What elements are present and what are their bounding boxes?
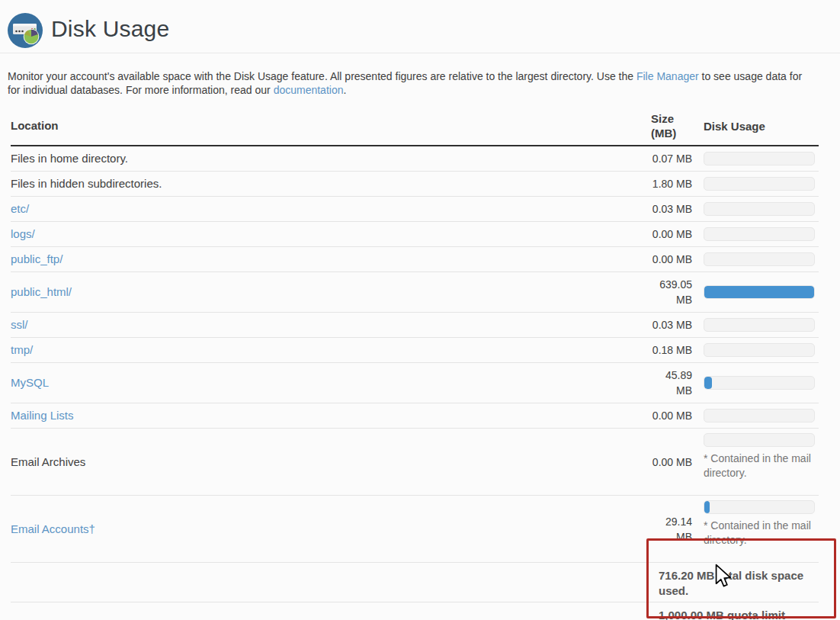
location-link[interactable]: ssl/ — [11, 318, 28, 331]
contained-note: * Contained in the mail directory. — [704, 519, 818, 548]
size-value: 0.00 MB — [651, 252, 692, 267]
location-link[interactable]: public_html/ — [11, 285, 72, 298]
location-link[interactable]: tmp/ — [11, 343, 33, 356]
table-row: public_ftp/ 0.00 MB — [11, 247, 819, 272]
disk-usage-bar — [704, 177, 815, 191]
location-link[interactable]: public_ftp/ — [11, 252, 63, 265]
table-row: Files in home directory. 0.07 MB — [11, 146, 819, 172]
column-header-location: Location — [11, 118, 651, 133]
disk-usage-bar-fill — [704, 377, 712, 389]
disk-usage-bar — [704, 285, 815, 299]
table-row: ssl/ 0.03 MB — [11, 313, 819, 338]
disk-usage-table: Location Size (MB) Disk Usage Files in h… — [11, 108, 819, 620]
disk-usage-bar — [704, 227, 815, 241]
size-value: 0.03 MB — [651, 317, 692, 332]
table-row: Mailing Lists 0.00 MB — [11, 403, 819, 429]
table-row: public_html/ 639.05 MB — [11, 272, 819, 313]
intro-paragraph: Monitor your account's available space w… — [8, 69, 840, 97]
table-row: Files in hidden subdirectories. 1.80 MB — [11, 172, 819, 197]
size-value: 29.14 MB — [651, 514, 692, 545]
page-header: Disk Usage — [0, 0, 840, 53]
disk-usage-bar — [704, 376, 815, 390]
table-row: MySQL 45.89 MB — [11, 363, 819, 403]
intro-text: for individual databases. For more infor… — [8, 84, 274, 96]
disk-usage-bar — [704, 318, 815, 332]
location-link[interactable]: MySQL — [11, 376, 49, 389]
page-title: Disk Usage — [51, 16, 169, 42]
location-label: Files in hidden subdirectories. — [11, 177, 162, 190]
location-label: Files in home directory. — [11, 152, 128, 165]
intro-line-1: Monitor your account's available space w… — [8, 69, 840, 83]
table-header-row: Location Size (MB) Disk Usage — [11, 108, 819, 146]
file-manager-link[interactable]: File Manager — [636, 70, 699, 82]
table-row: Email Accounts† 29.14 MB * Contained in … — [11, 496, 819, 563]
disk-usage-bar — [704, 152, 815, 165]
location-label: Email Archives — [11, 455, 85, 468]
intro-text: . — [343, 84, 346, 96]
disk-usage-bar-fill — [704, 501, 710, 513]
size-value: 45.89 MB — [651, 368, 692, 398]
disk-usage-bar — [704, 433, 815, 447]
disk-usage-bar — [704, 409, 815, 422]
location-link[interactable]: etc/ — [11, 202, 29, 215]
location-link[interactable]: Mailing Lists — [11, 409, 74, 422]
disk-usage-bar — [704, 343, 815, 357]
table-row: Email Archives 0.00 MB * Contained in th… — [11, 429, 819, 496]
table-row: logs/ 0.00 MB — [11, 222, 819, 247]
size-value: 0.00 MB — [651, 408, 692, 423]
summary-row: 1,000.00 MB quota limit (670.23 MB used)… — [11, 602, 819, 620]
location-link[interactable]: Email Accounts† — [11, 522, 95, 535]
summary-text: 1,000.00 MB quota limit (670.23 MB used)… — [659, 606, 819, 620]
summary-row: 716.20 MB total disk space used. — [11, 563, 819, 602]
summary-text: 716.20 MB total disk space used. — [659, 566, 819, 599]
table-row: etc/ 0.03 MB — [11, 197, 819, 222]
contained-note: * Contained in the mail directory. — [704, 451, 818, 480]
disk-usage-bar — [704, 252, 815, 266]
size-value: 0.00 MB — [651, 455, 692, 470]
summary-spacer — [11, 606, 659, 620]
column-header-disk-usage: Disk Usage — [704, 119, 819, 133]
location-link[interactable]: logs/ — [11, 227, 35, 240]
size-value: 639.05 MB — [651, 277, 692, 307]
column-header-size-mb: Size (MB) — [651, 111, 692, 140]
size-value: 0.07 MB — [651, 151, 692, 166]
intro-line-2: for individual databases. For more infor… — [8, 83, 840, 97]
size-value: 1.80 MB — [651, 176, 692, 191]
disk-usage-bar-fill — [704, 286, 814, 298]
disk-usage-icon — [7, 12, 43, 49]
disk-usage-bar — [704, 500, 815, 514]
size-value: 0.03 MB — [651, 201, 692, 217]
documentation-link[interactable]: documentation — [274, 84, 344, 96]
intro-text: to see usage data for — [699, 70, 802, 82]
size-value: 0.00 MB — [651, 226, 692, 242]
table-row: tmp/ 0.18 MB — [11, 338, 819, 363]
intro-text: Monitor your account's available space w… — [8, 70, 636, 82]
size-value: 0.18 MB — [651, 342, 692, 358]
summary-spacer — [11, 566, 659, 599]
disk-usage-bar — [704, 202, 815, 216]
